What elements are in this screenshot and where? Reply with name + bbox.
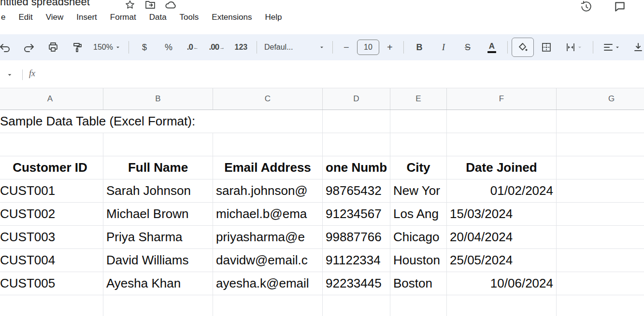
cell-phone[interactable]: 92233445 — [323, 272, 390, 295]
italic-button[interactable]: I — [432, 38, 455, 57]
cell[interactable] — [103, 133, 213, 156]
cell[interactable] — [323, 133, 390, 156]
font-size-input[interactable]: 10 — [357, 40, 379, 55]
cell[interactable] — [0, 295, 103, 316]
undo-button[interactable] — [0, 38, 16, 57]
cell-city[interactable]: Boston — [390, 272, 447, 295]
cell-phone[interactable]: 99887766 — [323, 226, 390, 248]
cell-date[interactable]: 01/02/2024 — [447, 179, 557, 202]
cell[interactable] — [557, 156, 644, 179]
move-folder-icon[interactable] — [144, 0, 157, 11]
cell-header-customer-id[interactable]: Customer ID — [0, 156, 103, 179]
paint-format-button[interactable] — [66, 38, 89, 57]
cell-id[interactable]: CUST003 — [0, 226, 103, 248]
vertical-align-button[interactable] — [627, 38, 644, 57]
fill-color-button[interactable] — [512, 38, 534, 57]
cell-date[interactable]: 20/04/2024 — [447, 226, 557, 248]
cell[interactable] — [557, 249, 644, 272]
cell-id[interactable]: CUST002 — [0, 203, 103, 225]
column-header-e[interactable]: E — [390, 88, 447, 110]
cell[interactable] — [447, 295, 557, 316]
menu-file[interactable]: e — [1, 13, 5, 22]
menu-insert[interactable]: Insert — [76, 13, 97, 22]
cell-date[interactable]: 15/03/2024 — [447, 203, 557, 225]
font-family-select[interactable]: Defaul... — [261, 38, 329, 57]
cell[interactable] — [390, 110, 447, 133]
name-box-caret-icon[interactable] — [6, 71, 14, 79]
cell[interactable] — [557, 295, 644, 316]
cell-header-email[interactable]: Email Address — [213, 156, 323, 179]
cell-header-city[interactable]: City — [390, 156, 447, 179]
cell-phone[interactable]: 91122334 — [323, 249, 390, 272]
menu-tools[interactable]: Tools — [180, 13, 199, 22]
cell-title[interactable]: Sample Data Table (Excel Format): — [0, 110, 323, 133]
cell-name[interactable]: Priya Sharma — [103, 226, 213, 248]
cell-date[interactable]: 25/05/2024 — [447, 249, 557, 272]
column-header-g[interactable]: G — [557, 88, 644, 110]
cell-email[interactable]: davidw@email.c — [213, 249, 323, 272]
comment-icon[interactable] — [614, 0, 626, 13]
cell-city[interactable]: New Yor — [390, 179, 447, 202]
cell-phone[interactable]: 98765432 — [323, 179, 390, 202]
cell-city[interactable]: Los Ang — [390, 203, 447, 225]
cell[interactable] — [213, 295, 323, 316]
column-header-d[interactable]: D — [323, 88, 390, 110]
format-currency-button[interactable]: $ — [133, 38, 156, 57]
column-header-c[interactable]: C — [213, 88, 323, 110]
cell-email[interactable]: sarah.johnson@ — [213, 179, 323, 202]
menu-format[interactable]: Format — [110, 13, 136, 22]
cell[interactable] — [323, 295, 390, 316]
cell-email[interactable]: ayesha.k@email — [213, 272, 323, 295]
cell[interactable] — [323, 110, 390, 133]
cell-name[interactable]: Michael Brown — [103, 203, 213, 225]
doc-title[interactable]: ntitled spreadsheet — [0, 0, 90, 8]
cell-email[interactable]: michael.b@ema — [213, 203, 323, 225]
cell[interactable] — [557, 203, 644, 225]
cell-phone[interactable]: 91234567 — [323, 203, 390, 225]
formula-bar[interactable]: fx — [0, 60, 644, 88]
cloud-saved-icon[interactable] — [164, 0, 177, 11]
zoom-select[interactable]: 150% — [90, 38, 125, 57]
cell[interactable] — [390, 295, 447, 316]
cell-city[interactable]: Houston — [390, 249, 447, 272]
cell[interactable] — [557, 272, 644, 295]
increase-font-size-button[interactable]: + — [380, 38, 400, 57]
number-format-button[interactable]: 123 — [229, 38, 253, 57]
print-button[interactable] — [42, 38, 65, 57]
menu-edit[interactable]: Edit — [18, 13, 32, 22]
cell-header-date-joined[interactable]: Date Joined — [447, 156, 557, 179]
cell-city[interactable]: Chicago — [390, 226, 447, 248]
cell[interactable] — [557, 226, 644, 248]
bold-button[interactable]: B — [408, 38, 431, 57]
horizontal-align-button[interactable] — [597, 38, 626, 57]
cell-email[interactable]: priyasharma@e — [213, 226, 323, 248]
redo-button[interactable] — [17, 38, 41, 57]
increase-decimal-button[interactable]: .00→ — [205, 38, 229, 57]
cell[interactable] — [390, 133, 447, 156]
column-header-a[interactable]: A — [0, 88, 103, 110]
strikethrough-button[interactable]: S — [456, 38, 479, 57]
cell[interactable] — [447, 133, 557, 156]
cell[interactable] — [103, 295, 213, 316]
column-header-f[interactable]: F — [447, 88, 557, 110]
cell-id[interactable]: CUST005 — [0, 272, 103, 295]
cell[interactable] — [0, 133, 103, 156]
column-header-b[interactable]: B — [103, 88, 213, 110]
cell-header-full-name[interactable]: Full Name — [103, 156, 213, 179]
text-color-button[interactable]: A — [480, 38, 503, 57]
menu-view[interactable]: View — [46, 13, 64, 22]
cell-name[interactable]: Sarah Johnson — [103, 179, 213, 202]
star-icon[interactable] — [124, 0, 136, 11]
menu-help[interactable]: Help — [265, 13, 282, 22]
cell-id[interactable]: CUST004 — [0, 249, 103, 272]
cell[interactable] — [557, 133, 644, 156]
menu-data[interactable]: Data — [149, 13, 167, 22]
cell[interactable] — [447, 110, 557, 133]
menu-extensions[interactable]: Extensions — [212, 13, 252, 22]
cell-date[interactable]: 10/06/2024 — [447, 272, 557, 295]
decrease-font-size-button[interactable]: − — [337, 38, 356, 57]
cell[interactable] — [213, 133, 323, 156]
cell-id[interactable]: CUST001 — [0, 179, 103, 202]
decrease-decimal-button[interactable]: .0← — [181, 38, 204, 57]
borders-button[interactable] — [535, 38, 558, 57]
